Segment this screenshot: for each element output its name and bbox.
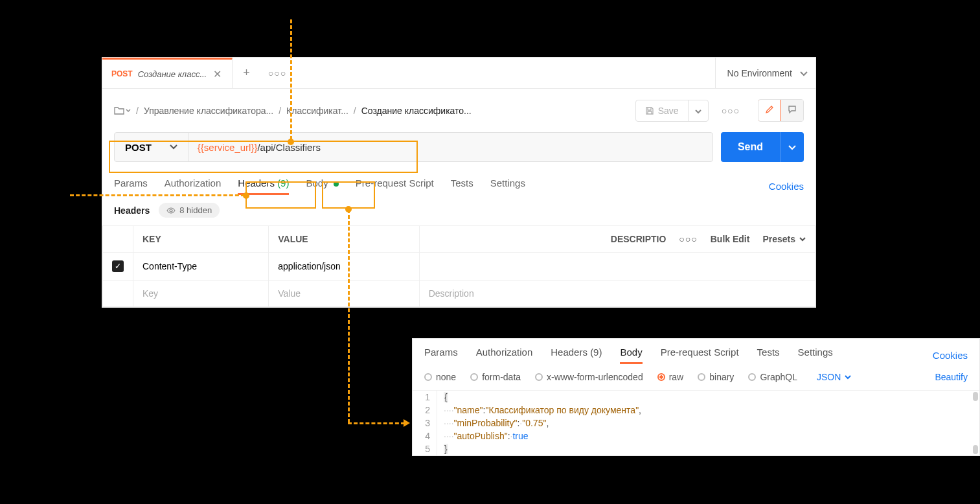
send-button[interactable]: Send <box>721 132 780 162</box>
cookies-link[interactable]: Cookies <box>769 181 804 192</box>
send-dropdown[interactable] <box>780 132 804 162</box>
chevron-down-icon <box>170 144 177 150</box>
tab-settings[interactable]: Settings <box>490 178 525 195</box>
environment-label: No Environment <box>727 68 792 78</box>
chevron-down-icon <box>845 375 851 380</box>
tab-settings[interactable]: Settings <box>798 347 833 364</box>
editor-line-3: ····"minProbability":·"0.75", <box>437 417 555 430</box>
radio-urlencoded-label: x-www-form-urlencoded <box>547 372 643 382</box>
tab-tests[interactable]: Tests <box>451 178 473 195</box>
environment-select[interactable]: No Environment <box>715 58 815 88</box>
tab-prerequest[interactable]: Pre-request Script <box>356 178 434 195</box>
save-icon <box>645 106 654 115</box>
checkbox-on[interactable]: ✓ <box>112 260 124 272</box>
cookies-link[interactable]: Cookies <box>933 350 968 361</box>
tab-method: POST <box>111 69 133 78</box>
annotation-arrow-head <box>404 419 410 427</box>
request-tab[interactable]: POST Создание класс... ✕ <box>102 58 233 88</box>
close-icon[interactable]: ✕ <box>212 68 223 80</box>
save-button[interactable]: Save <box>636 100 688 121</box>
value-placeholder[interactable]: Value <box>269 281 419 307</box>
tab-tests[interactable]: Tests <box>757 347 780 364</box>
tab-headers-label: Headers <box>551 347 587 358</box>
save-dropdown[interactable] <box>688 100 708 121</box>
edit-mode-button[interactable] <box>758 99 781 122</box>
body-type-radios: none form-data x-www-form-urlencoded raw… <box>413 364 979 390</box>
radio-binary-label: binary <box>709 372 734 382</box>
body-indicator-icon <box>334 181 339 187</box>
editor-line-5: } <box>444 444 448 454</box>
radio-urlencoded[interactable]: x-www-form-urlencoded <box>535 372 643 382</box>
tab-params[interactable]: Params <box>424 347 458 364</box>
tab-title: Создание класс... <box>138 69 207 79</box>
scrollbar-top[interactable] <box>973 392 978 401</box>
request-tabs: Params Authorization Headers (9) Body Pr… <box>102 171 815 195</box>
annotation-connector-body-h <box>348 422 405 424</box>
radio-icon <box>535 373 543 381</box>
more-actions-button[interactable]: ○○○ <box>715 100 746 121</box>
radio-binary[interactable]: binary <box>698 372 734 382</box>
body-format-select[interactable]: JSON <box>817 372 851 382</box>
tab-params[interactable]: Params <box>114 178 148 195</box>
tab-authorization[interactable]: Authorization <box>165 178 222 195</box>
tab-overflow-button[interactable]: ○○○ <box>260 68 294 78</box>
header-value-cell[interactable]: application/json <box>269 253 419 281</box>
breadcrumb-sep: / <box>279 106 281 116</box>
radio-icon <box>698 373 705 381</box>
tab-body-label: Body <box>306 178 328 189</box>
editor-line-2: ····"name":"Классификатор по виду докуме… <box>437 404 648 417</box>
radio-icon <box>748 373 756 381</box>
bulk-edit-link[interactable]: Bulk Edit <box>711 234 750 244</box>
radio-none[interactable]: none <box>424 372 456 382</box>
column-options[interactable]: ○○○ <box>679 234 697 244</box>
radio-icon <box>424 373 432 381</box>
scrollbar-bottom[interactable] <box>973 445 978 454</box>
comment-mode-button[interactable] <box>781 100 803 121</box>
tab-authorization[interactable]: Authorization <box>476 347 533 364</box>
tab-headers[interactable]: Headers (9) <box>551 347 602 364</box>
header-desc-cell[interactable] <box>419 253 815 281</box>
breadcrumb-item-1[interactable]: Управление классификатора... <box>144 106 273 116</box>
hidden-headers-toggle[interactable]: 8 hidden <box>159 203 220 218</box>
breadcrumb-row: / Управление классификатора... / Классиф… <box>102 89 815 132</box>
breadcrumb-actions: Save ○○○ <box>635 99 804 122</box>
method-select[interactable]: POST <box>115 133 188 161</box>
key-placeholder[interactable]: Key <box>133 281 269 307</box>
tab-headers-label: Headers <box>238 178 275 189</box>
tab-body-label: Body <box>620 347 642 358</box>
folder-icon[interactable] <box>114 106 131 115</box>
presets-dropdown[interactable]: Presets <box>762 234 806 244</box>
radio-raw-label: raw <box>669 372 684 382</box>
header-key-cell[interactable]: Content-Type <box>133 253 269 281</box>
tab-bar: POST Создание класс... ✕ + ○○○ No Enviro… <box>102 58 815 89</box>
tab-body[interactable]: Body <box>306 178 338 195</box>
radio-graphql[interactable]: GraphQL <box>748 372 797 382</box>
mode-toggle <box>758 99 804 122</box>
chevron-down-icon <box>788 145 796 150</box>
editor-line-1: { <box>444 392 448 402</box>
breadcrumb-sep: / <box>136 106 139 116</box>
th-actions: DESCRIPTIO ○○○ Bulk Edit Presets <box>419 226 815 253</box>
radio-raw[interactable]: raw <box>657 372 684 382</box>
presets-label: Presets <box>762 234 795 244</box>
beautify-button[interactable]: Beautify <box>935 372 968 382</box>
radio-icon-on <box>657 373 665 381</box>
json-editor[interactable]: 1{ 2····"name":"Классификатор по виду до… <box>413 390 979 455</box>
body-panel: Params Authorization Headers (9) Body Pr… <box>412 338 980 456</box>
tab-headers[interactable]: Headers (9) <box>238 178 289 195</box>
th-value: VALUE <box>269 226 419 253</box>
breadcrumb-item-2[interactable]: Классификат... <box>286 106 348 116</box>
headers-subheader: Headers 8 hidden <box>102 195 815 225</box>
url-input[interactable]: {{service_url}}/api/Classifiers <box>188 142 330 153</box>
header-row: ✓ Content-Type application/json <box>103 253 815 281</box>
radio-graphql-label: GraphQL <box>760 372 797 382</box>
add-tab-button[interactable]: + <box>233 66 260 80</box>
desc-placeholder[interactable]: Description <box>419 281 815 307</box>
breadcrumb-sep: / <box>354 106 356 116</box>
tab-body[interactable]: Body <box>620 347 642 364</box>
radio-formdata[interactable]: form-data <box>470 372 521 382</box>
th-key: KEY <box>133 226 269 253</box>
save-button-group: Save <box>635 100 709 122</box>
tab-prerequest[interactable]: Pre-request Script <box>661 347 739 364</box>
headers-count-badge: (9) <box>277 178 289 189</box>
